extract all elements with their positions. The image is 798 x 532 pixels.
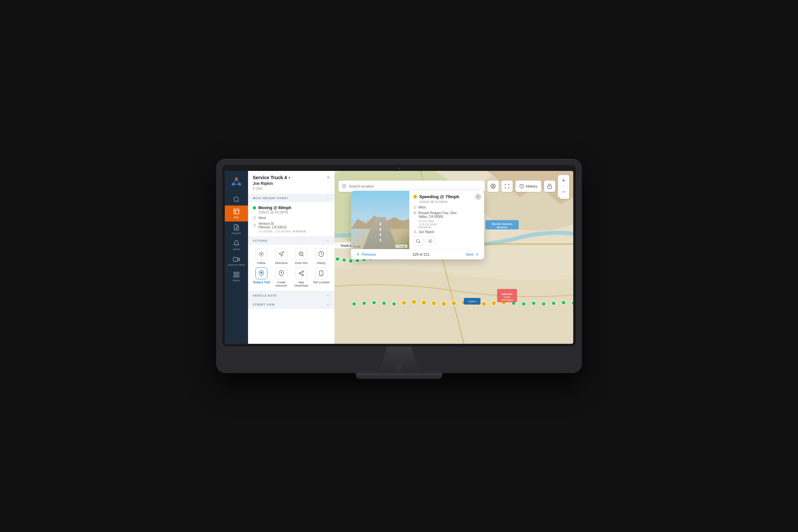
svg-point-100 — [415, 212, 416, 213]
actions-section: Follow Directions — [248, 245, 335, 291]
collapse-icon[interactable] — [326, 196, 330, 200]
todays-trail-button[interactable]: Today's Trail — [253, 267, 270, 287]
popup-user-icon — [413, 230, 417, 234]
zoom-out-button[interactable]: − — [558, 186, 569, 197]
image-copyright-label: © Google — [395, 245, 407, 248]
settings-button[interactable] — [488, 180, 499, 192]
follow-button[interactable]: Follow — [253, 248, 270, 265]
popup-coords: 34.2911960, -118.8110880 — [418, 220, 480, 228]
app-container: Map Reports — [225, 171, 573, 344]
svg-point-79 — [552, 301, 556, 305]
zoom-into-button[interactable]: Zoom Into — [292, 248, 310, 265]
svg-point-67 — [432, 301, 436, 306]
coords-bar — [293, 230, 306, 232]
sidebar-item-alerts[interactable]: Alerts — [225, 238, 248, 253]
map-area[interactable]: 126 — [335, 171, 573, 344]
popup-direction: West — [413, 206, 480, 209]
vehicle-model: F-250 — [253, 187, 330, 191]
svg-point-15 — [254, 225, 255, 226]
follow-icon-wrap — [255, 248, 267, 260]
new-clearshare-icon-wrap — [295, 267, 307, 279]
actions-header: ACTIONS — [248, 237, 335, 245]
close-button[interactable]: × — [327, 175, 330, 180]
sidebar-item-dashcam[interactable]: Dashcam Media — [225, 253, 248, 269]
svg-point-64 — [402, 301, 406, 305]
history-button[interactable]: History — [515, 180, 541, 192]
lock-button[interactable] — [544, 180, 555, 192]
svg-line-30 — [300, 272, 302, 273]
search-box[interactable] — [339, 180, 485, 192]
svg-point-62 — [382, 301, 386, 305]
vehicle-note-expand-icon — [326, 293, 330, 298]
sidebar-item-admin-label: Admin — [233, 279, 241, 282]
popup-footer: Previous 129 of 211 Next — [351, 249, 484, 259]
sidebar-item-admin[interactable]: Admin — [225, 269, 248, 285]
popup-locate-icon — [428, 239, 433, 243]
directions-icon-wrap — [275, 248, 287, 260]
popup-close-button[interactable]: × — [475, 193, 481, 200]
todays-trail-icon-wrap — [255, 267, 267, 279]
popup-driver: Joe Ripkin — [413, 230, 480, 234]
expand-button[interactable] — [501, 180, 513, 192]
status-dot-green — [253, 206, 256, 209]
svg-line-4 — [236, 179, 240, 184]
search-location-input[interactable] — [349, 184, 481, 188]
text-location-label: Text Location — [313, 281, 329, 284]
vehicle-note-section: VEHICLE NOTE — [248, 291, 335, 300]
new-clearshare-button[interactable]: New ClearShare — [292, 267, 310, 287]
svg-text:Simi Valley: Simi Valley — [501, 299, 513, 302]
popup-status: Speeding @ 75mph — [413, 194, 480, 199]
svg-line-29 — [300, 274, 302, 274]
event-popup: × Google © Google — [351, 191, 484, 259]
svg-text:Health: Health — [504, 296, 510, 298]
directions-icon — [278, 251, 284, 257]
actions-collapse-icon[interactable] — [326, 239, 330, 243]
expand-icon — [505, 184, 510, 189]
svg-point-65 — [412, 300, 416, 304]
popup-next-button[interactable]: Next — [466, 252, 479, 257]
zoom-in-button[interactable]: + — [558, 175, 569, 186]
new-clearshare-label: New ClearShare — [292, 281, 310, 287]
zoom-into-label: Zoom Into — [295, 261, 307, 265]
popup-address-line2: Valley, CA 93065 — [418, 215, 457, 218]
directions-button[interactable]: Directions — [273, 248, 290, 265]
popup-address-line1: Ronald Reagan Fwy, Simi — [418, 211, 457, 215]
location-pin-icon — [253, 224, 256, 227]
svg-point-103 — [430, 241, 431, 242]
svg-point-26 — [302, 271, 304, 273]
svg-point-68 — [441, 302, 446, 306]
image-centerline — [380, 223, 381, 243]
svg-point-73 — [491, 301, 496, 306]
popup-locate-button[interactable] — [425, 236, 435, 246]
actions-grid: Follow Directions — [253, 248, 330, 288]
svg-point-27 — [299, 273, 301, 274]
history-action-icon — [318, 251, 324, 257]
popup-actions — [413, 236, 480, 246]
screen-bezel: Map Reports — [222, 165, 576, 346]
sidebar-item-map[interactable]: Map — [225, 206, 248, 222]
street-view-header[interactable]: STREET VIEW — [248, 300, 335, 309]
follow-icon — [258, 251, 264, 257]
sidebar-item-search[interactable] — [225, 193, 248, 206]
sidebar-item-reports[interactable]: Reports — [225, 222, 248, 238]
popup-search-button[interactable] — [413, 236, 423, 246]
svg-marker-17 — [279, 252, 284, 256]
lock-icon — [547, 184, 552, 189]
vehicle-note-header[interactable]: VEHICLE NOTE — [248, 291, 335, 300]
app-logo[interactable] — [229, 174, 244, 189]
svg-point-60 — [362, 301, 366, 305]
create-geozone-button[interactable]: Create Geozone — [273, 267, 290, 287]
svg-point-101 — [415, 230, 416, 232]
history-action-button[interactable]: History — [312, 248, 330, 265]
gear-icon — [491, 184, 496, 189]
text-location-icon-wrap — [315, 267, 327, 279]
monitor-base — [356, 373, 442, 379]
svg-point-61 — [372, 301, 376, 305]
text-location-icon — [318, 270, 324, 276]
svg-point-28 — [302, 274, 304, 276]
sidebar-item-dashcam-label: Dashcam Media — [228, 264, 245, 266]
text-location-button[interactable]: Text Location — [312, 267, 330, 287]
svg-rect-13 — [237, 275, 239, 277]
svg-point-97 — [492, 186, 494, 187]
popup-prev-button[interactable]: Previous — [356, 252, 376, 257]
